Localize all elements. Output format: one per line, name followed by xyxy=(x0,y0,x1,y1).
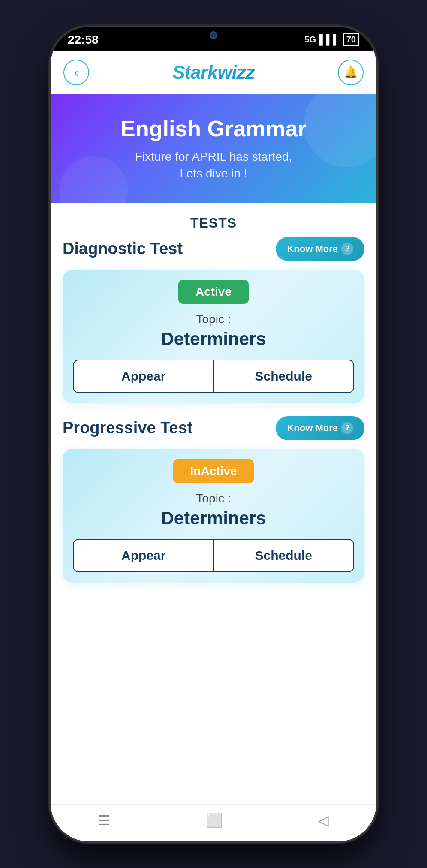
phone-frame: 22:58 5G ▌▌▌ 70 ‹ Starkwizz 🔔 xyxy=(51,27,376,841)
diagnostic-test-card: Active Topic : Determiners Appear Schedu… xyxy=(63,270,364,403)
notch-dot xyxy=(210,31,217,39)
diagnostic-topic-name: Determiners xyxy=(73,329,354,349)
banner: English Grammar Fixture for APRIL has st… xyxy=(51,94,376,203)
diagnostic-schedule-button[interactable]: Schedule xyxy=(214,360,354,392)
progressive-test-header: Progressive Test Know More ? xyxy=(63,416,364,440)
screen: ‹ Starkwizz 🔔 English Grammar Fixture fo… xyxy=(51,51,376,841)
signal-icon: 5G xyxy=(304,35,316,45)
phone-outer: 22:58 5G ▌▌▌ 70 ‹ Starkwizz 🔔 xyxy=(0,0,427,868)
diagnostic-test-header: Diagnostic Test Know More ? xyxy=(63,237,364,261)
diagnostic-card-actions: Appear Schedule xyxy=(73,360,354,393)
back-nav-icon[interactable]: ◁ xyxy=(318,812,329,829)
back-chevron-icon: ‹ xyxy=(74,65,78,80)
menu-nav-icon[interactable]: ☰ xyxy=(98,812,111,829)
app-header: ‹ Starkwizz 🔔 xyxy=(51,51,376,94)
bars-icon: ▌▌▌ xyxy=(319,34,340,45)
app-logo: Starkwizz xyxy=(172,62,255,83)
progressive-topic-label: Topic : xyxy=(73,492,354,505)
tests-section-title: TESTS xyxy=(51,203,376,237)
banner-subtitle: Fixture for APRIL has started,Lets dive … xyxy=(68,148,359,182)
status-time: 22:58 xyxy=(68,33,99,47)
notification-button[interactable]: 🔔 xyxy=(338,60,364,85)
progressive-card-actions: Appear Schedule xyxy=(73,539,354,572)
diagnostic-know-more-button[interactable]: Know More ? xyxy=(276,237,364,261)
progressive-test-section: Progressive Test Know More ? InActive To… xyxy=(51,416,376,595)
battery-icon: 70 xyxy=(343,33,359,46)
back-button[interactable]: ‹ xyxy=(63,60,89,85)
diagnostic-test-section: Diagnostic Test Know More ? Active Topic… xyxy=(51,237,376,416)
notch xyxy=(166,27,261,43)
diagnostic-appear-button[interactable]: Appear xyxy=(74,360,214,392)
progressive-appear-button[interactable]: Appear xyxy=(74,540,214,571)
bottom-nav: ☰ ⬜ ◁ xyxy=(51,804,376,841)
progressive-topic-name: Determiners xyxy=(73,508,354,529)
progressive-test-card: InActive Topic : Determiners Appear Sche… xyxy=(63,449,364,583)
status-bar: 22:58 5G ▌▌▌ 70 xyxy=(51,27,376,51)
progressive-help-icon: ? xyxy=(341,422,353,434)
diagnostic-help-icon: ? xyxy=(341,243,353,255)
diagnostic-topic-label: Topic : xyxy=(73,312,354,326)
progressive-test-name: Progressive Test xyxy=(63,419,192,437)
progressive-know-more-button[interactable]: Know More ? xyxy=(276,416,364,440)
banner-title: English Grammar xyxy=(68,116,359,141)
progressive-status-badge: InActive xyxy=(173,459,254,483)
diagnostic-test-name: Diagnostic Test xyxy=(63,240,183,258)
status-icons: 5G ▌▌▌ 70 xyxy=(304,33,359,46)
home-nav-icon[interactable]: ⬜ xyxy=(206,812,223,829)
diagnostic-status-badge: Active xyxy=(178,280,249,304)
content-area[interactable]: TESTS Diagnostic Test Know More ? Active… xyxy=(51,203,376,804)
progressive-schedule-button[interactable]: Schedule xyxy=(214,540,354,571)
bell-icon: 🔔 xyxy=(344,66,358,79)
